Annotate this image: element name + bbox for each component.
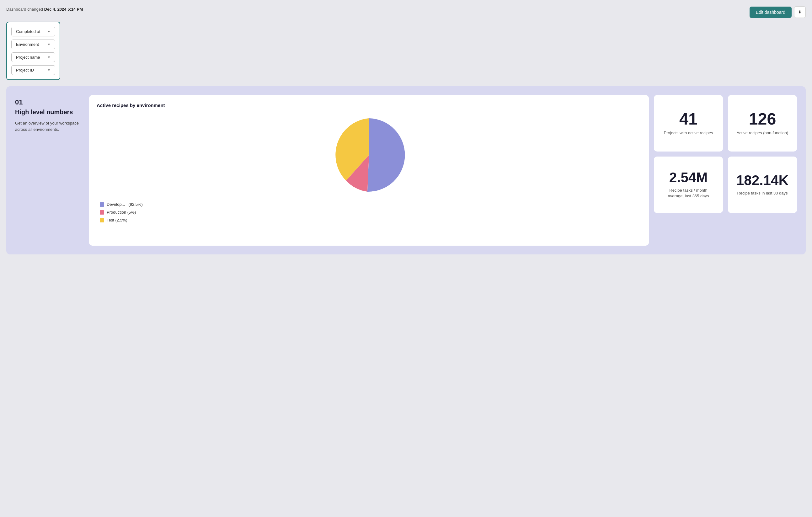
legend-color-test bbox=[100, 218, 104, 223]
changed-date: Dec 4, 2024 5:14 PM bbox=[44, 7, 83, 11]
chart-card: Active recipes by environment bbox=[89, 95, 649, 246]
top-actions: Edit dashboard ⬇ bbox=[750, 6, 806, 18]
chevron-down-icon: ▼ bbox=[47, 56, 51, 59]
changed-label: Dashboard changed bbox=[6, 7, 43, 11]
section-title: High level numbers bbox=[15, 108, 84, 116]
legend-item-test: Test (2.5%) bbox=[100, 218, 638, 223]
stat-value-recipe-tasks-30: 182.14K bbox=[736, 173, 788, 187]
legend-color-develop bbox=[100, 202, 104, 207]
section-number: 01 bbox=[15, 98, 84, 106]
stat-value-active-recipes: 126 bbox=[749, 111, 776, 127]
filters-panel: Completed at ▼ Environment ▼ Project nam… bbox=[6, 22, 60, 80]
stat-label-projects: Projects with active recipes bbox=[664, 130, 713, 136]
pie-chart bbox=[328, 114, 410, 196]
legend-label-develop: Develop... (92.5%) bbox=[107, 202, 143, 207]
stat-label-recipe-tasks-avg: Recipe tasks / month average, last 365 d… bbox=[661, 188, 715, 199]
filter-environment-label: Environment bbox=[16, 42, 39, 47]
edit-dashboard-button[interactable]: Edit dashboard bbox=[750, 7, 792, 18]
stat-value-recipe-tasks-avg: 2.54M bbox=[669, 171, 707, 184]
pie-segment-develop bbox=[368, 118, 405, 192]
stat-label-active-recipes: Active recipes (non-function) bbox=[737, 130, 788, 136]
download-button[interactable]: ⬇ bbox=[794, 6, 806, 18]
chevron-down-icon: ▼ bbox=[47, 68, 51, 72]
filter-project-name-label: Project name bbox=[16, 55, 40, 60]
stat-value-projects: 41 bbox=[679, 111, 697, 127]
pie-svg bbox=[328, 114, 410, 196]
section-info: 01 High level numbers Get an overview of… bbox=[15, 95, 84, 136]
filter-project-name[interactable]: Project name ▼ bbox=[11, 52, 55, 62]
stat-card-active-recipes: 126 Active recipes (non-function) bbox=[728, 95, 797, 151]
stat-card-recipe-tasks-avg: 2.54M Recipe tasks / month average, last… bbox=[654, 156, 723, 213]
top-bar: Dashboard changed Dec 4, 2024 5:14 PM Ed… bbox=[6, 6, 806, 18]
legend-label-test: Test (2.5%) bbox=[107, 218, 127, 223]
section-description: Get an overview of your workspace across… bbox=[15, 120, 84, 133]
legend-item-production: Production (5%) bbox=[100, 210, 638, 214]
stats-grid-right: 126 Active recipes (non-function) 182.14… bbox=[728, 95, 797, 213]
filter-completed-at[interactable]: Completed at ▼ bbox=[11, 27, 55, 36]
download-icon: ⬇ bbox=[798, 10, 802, 15]
chart-title: Active recipes by environment bbox=[97, 103, 641, 108]
filter-project-id-label: Project ID bbox=[16, 68, 34, 73]
chart-area: Develop... (92.5%) Production (5%) Test … bbox=[97, 114, 641, 223]
legend-label-production: Production (5%) bbox=[107, 210, 136, 214]
dashboard-changed-text: Dashboard changed Dec 4, 2024 5:14 PM bbox=[6, 6, 83, 12]
section-layout: 01 High level numbers Get an overview of… bbox=[15, 95, 797, 246]
stat-label-recipe-tasks-30: Recipe tasks in last 30 days bbox=[737, 191, 787, 196]
filter-environment[interactable]: Environment ▼ bbox=[11, 39, 55, 49]
stats-grid-left: 41 Projects with active recipes 2.54M Re… bbox=[654, 95, 723, 213]
chevron-down-icon: ▼ bbox=[47, 30, 51, 33]
chevron-down-icon: ▼ bbox=[47, 43, 51, 46]
filter-completed-at-label: Completed at bbox=[16, 29, 40, 34]
filter-project-id[interactable]: Project ID ▼ bbox=[11, 65, 55, 75]
dashboard-section: 01 High level numbers Get an overview of… bbox=[6, 86, 806, 254]
legend-item-develop: Develop... (92.5%) bbox=[100, 202, 638, 207]
stat-card-recipe-tasks-30: 182.14K Recipe tasks in last 30 days bbox=[728, 156, 797, 213]
stat-card-projects: 41 Projects with active recipes bbox=[654, 95, 723, 151]
chart-legend: Develop... (92.5%) Production (5%) Test … bbox=[97, 202, 641, 223]
legend-color-production bbox=[100, 210, 104, 214]
